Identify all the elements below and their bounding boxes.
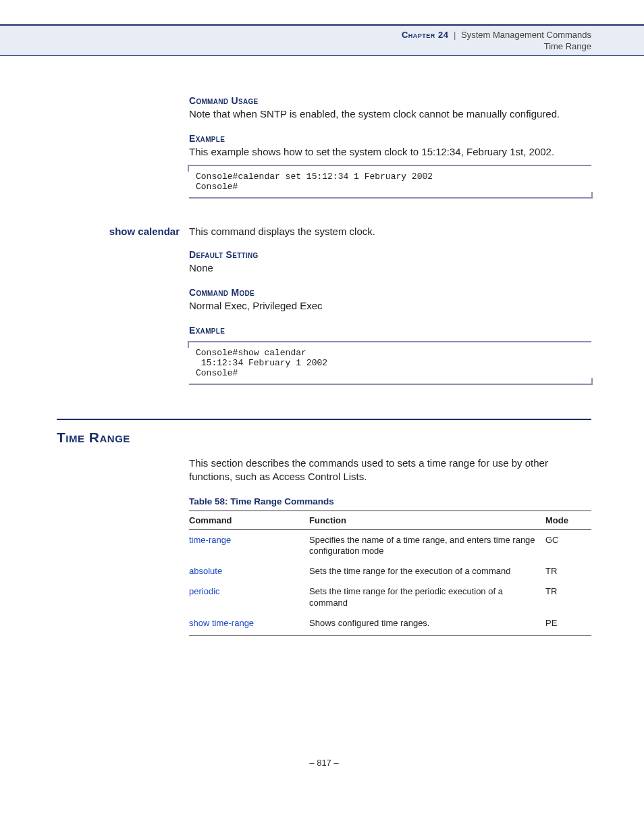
th-command: Command	[189, 511, 309, 529]
page-body: Command Usage Note that when SNTP is ena…	[0, 56, 644, 795]
command-show-calendar: show calendar This command displays the …	[57, 226, 591, 237]
command-usage-label: Command Usage	[189, 95, 591, 106]
table-row: time-range Specifies the name of a time …	[189, 529, 591, 561]
cmd-mode: TR	[545, 561, 591, 581]
cmd-function: Sets the time range for the execution of…	[309, 561, 545, 581]
time-range-intro: This section describes the commands used…	[189, 457, 591, 484]
cmd-link-periodic[interactable]: periodic	[189, 581, 309, 613]
cmd-link-show-time-range[interactable]: show time-range	[189, 613, 309, 636]
table-row: absolute Sets the time range for the exe…	[189, 561, 591, 581]
command-name: show calendar	[57, 226, 189, 237]
command-description: This command displays the system clock.	[189, 226, 591, 237]
example-text-1: This example shows how to set the system…	[189, 145, 591, 159]
cmd-link-time-range[interactable]: time-range	[189, 529, 309, 561]
cmd-function: Sets the time range for the periodic exe…	[309, 581, 545, 613]
breadcrumb-2: Time Range	[14, 41, 591, 51]
th-mode: Mode	[545, 511, 591, 529]
section-show-calendar-details: Default Setting None Command Mode Normal…	[189, 249, 591, 386]
table-header-row: Command Function Mode	[189, 511, 591, 529]
breadcrumb-1: System Management Commands	[461, 30, 591, 40]
major-heading-time-range: Time Range	[57, 419, 591, 446]
page-header: Chapter 24 | System Management Commands …	[0, 24, 644, 56]
page-number: – 817 –	[57, 758, 591, 768]
default-setting-label: Default Setting	[189, 249, 591, 260]
example-label-2: Example	[189, 325, 591, 336]
cmd-mode: PE	[545, 613, 591, 636]
cmd-mode: TR	[545, 581, 591, 613]
cmd-mode: GC	[545, 529, 591, 561]
command-mode-label: Command Mode	[189, 287, 591, 298]
th-function: Function	[309, 511, 545, 529]
code-block-2: Console#show calendar 15:12:34 February …	[189, 341, 591, 385]
code-block-1: Console#calendar set 15:12:34 1 February…	[189, 165, 591, 199]
separator: |	[451, 30, 458, 40]
chapter-label: Chapter 24	[402, 30, 448, 40]
table-row: periodic Sets the time range for the per…	[189, 581, 591, 613]
table-caption: Table 58: Time Range Commands	[189, 496, 591, 506]
example-label-1: Example	[189, 133, 591, 144]
command-mode-text: Normal Exec, Privileged Exec	[189, 299, 591, 313]
time-range-commands-table: Command Function Mode time-range Specifi…	[189, 511, 591, 637]
cmd-link-absolute[interactable]: absolute	[189, 561, 309, 581]
section-time-range: This section describes the commands used…	[189, 457, 591, 636]
table-row: show time-range Shows configured time ra…	[189, 613, 591, 636]
section-command-usage: Command Usage Note that when SNTP is ena…	[189, 95, 591, 199]
default-setting-text: None	[189, 261, 591, 275]
command-usage-text: Note that when SNTP is enabled, the syst…	[189, 107, 591, 121]
cmd-function: Shows configured time ranges.	[309, 613, 545, 636]
cmd-function: Specifies the name of a time range, and …	[309, 529, 545, 561]
